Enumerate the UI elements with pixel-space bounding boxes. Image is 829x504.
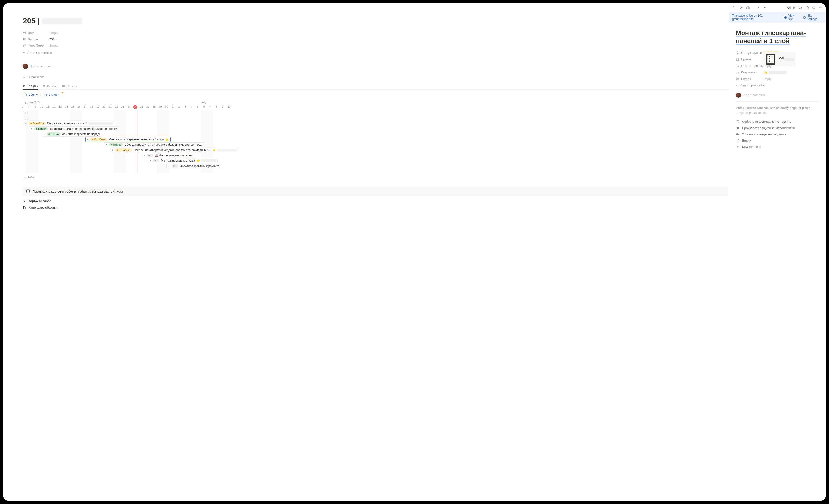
- more-properties-toggle[interactable]: 8 more properties: [23, 49, 337, 56]
- day-label: 13: [59, 105, 62, 108]
- info-text: Перетащите карточки работ в график из вы…: [32, 190, 123, 193]
- redacted: [217, 149, 237, 151]
- timeline-bar[interactable]: В работеСверление отверстий чердака под …: [110, 148, 238, 152]
- expand-triangle-icon[interactable]: [87, 138, 89, 140]
- redacted: [88, 122, 113, 125]
- expand-triangle-icon[interactable]: [106, 144, 107, 146]
- new-row-button[interactable]: New: [23, 175, 337, 179]
- timeline-row: -Монтаж проходных гильз⭐: [23, 158, 337, 164]
- collapse-chevron-icon[interactable]: [24, 102, 27, 105]
- property-row[interactable]: Пароль 2013: [23, 36, 337, 42]
- tab-Канбан[interactable]: Канбан: [42, 83, 58, 89]
- status-chip: Готово: [109, 143, 123, 146]
- property-value: Empty: [49, 44, 58, 47]
- day-label: 15: [71, 105, 74, 108]
- plus-icon: [24, 176, 27, 179]
- timeline-bar[interactable]: -🚛 Доставка материала Гил: [142, 153, 194, 158]
- comment-row[interactable]: Add a comment...: [23, 62, 337, 71]
- tab-label: Список: [66, 84, 77, 88]
- chevron-down-icon: [58, 94, 61, 96]
- property-row[interactable]: Date Empty: [23, 30, 337, 36]
- timeline-bar[interactable]: В работеМонтаж гипсокартона-паенелей в 1…: [85, 137, 171, 142]
- timeline-row: ГотовоДемонтаж проема на чердак: [23, 132, 337, 137]
- task-title: Демонтаж проема на чердак: [62, 133, 101, 136]
- task-title: Монтаж проходных гильз: [161, 159, 195, 163]
- day-label: 8: [216, 105, 217, 108]
- task-title: Монтаж гипсокартона-паенелей в 1 слой: [109, 138, 164, 141]
- task-title: Сборка коллекторного узла: [47, 122, 84, 125]
- property-label: Фото Поток: [28, 44, 44, 47]
- star-icon: ⭐: [165, 138, 169, 141]
- timeline-row: -🚛 Доставка материала Гил: [23, 153, 337, 158]
- day-label: 2: [178, 105, 180, 108]
- comment-placeholder: Add a comment...: [30, 65, 55, 68]
- day-label: 17: [84, 105, 87, 108]
- hash-icon: [23, 37, 26, 41]
- page-link[interactable]: Карточки работ: [23, 199, 337, 203]
- day-label: 10: [40, 105, 43, 108]
- rules-indicator-dot: [62, 92, 63, 93]
- expand-triangle-icon[interactable]: [112, 149, 114, 151]
- status-chip: -: [147, 154, 153, 157]
- timeline-bar[interactable]: -Монтаж проходных гильз⭐: [148, 158, 218, 163]
- chevron-down-icon: [23, 51, 26, 54]
- svg-rect-1: [43, 85, 43, 87]
- sort-pill[interactable]: Срок: [23, 92, 41, 97]
- kanban-icon: [42, 84, 46, 88]
- svg-point-4: [62, 85, 63, 85]
- rules-label: 2 rules: [48, 93, 57, 97]
- timeline-row: [23, 116, 337, 121]
- row-add-handle[interactable]: [24, 116, 28, 120]
- timeline-row: ГотовоСборка керамзита на чердаке в боль…: [23, 142, 337, 148]
- day-label: 30: [165, 105, 168, 108]
- rules-pill[interactable]: 2 rules: [43, 92, 63, 97]
- subtask-count: 7: [85, 122, 87, 125]
- info-callout: Перетащите карточки работ в график из вы…: [23, 186, 337, 196]
- calendar-icon: [23, 31, 26, 35]
- day-label: 1: [172, 105, 173, 108]
- expand-triangle-icon[interactable]: [31, 128, 33, 130]
- task-title: Сверление отверстий чердака под монтаж з…: [134, 148, 211, 152]
- row-add-handle[interactable]: [24, 111, 28, 115]
- month-label-right: July: [201, 101, 206, 104]
- timeline-bar[interactable]: -Обратная засыпка керамзита: [167, 164, 221, 169]
- arrow-up-icon: [25, 94, 28, 96]
- backlinks-toggle[interactable]: 11 backlinks: [23, 75, 337, 79]
- timeline-bar[interactable]: ГотовоДемонтаж проема на чердак: [41, 132, 102, 137]
- page-title-redacted: [42, 17, 82, 25]
- timeline-header: June 2024 July 7891011121314151617181920…: [23, 101, 337, 110]
- timeline-body[interactable]: В работеСборка коллекторного узла7Готово…: [23, 110, 337, 173]
- timeline-bar[interactable]: Готово🚛 Доставка материала панелей для п…: [29, 127, 119, 131]
- day-label: 4: [191, 105, 192, 108]
- timeline-icon: [23, 84, 26, 88]
- tab-График[interactable]: График: [23, 83, 38, 89]
- tab-label: Канбан: [47, 84, 58, 88]
- view-tabs: График Канбан Список: [23, 83, 337, 89]
- timeline-row: Готово🚛 Доставка материала панелей для п…: [23, 127, 337, 132]
- avatar: [23, 64, 28, 69]
- expand-triangle-icon[interactable]: [149, 160, 151, 161]
- day-label: 8: [28, 105, 30, 108]
- tab-Список[interactable]: Список: [62, 83, 77, 89]
- day-label: 22: [115, 105, 118, 108]
- expand-triangle-icon[interactable]: [143, 154, 145, 156]
- page-link-label: Карточки работ: [29, 199, 51, 203]
- status-chip: Готово: [34, 127, 48, 131]
- svg-rect-2: [44, 85, 44, 86]
- day-label: 3: [185, 105, 186, 108]
- expand-triangle-icon[interactable]: [168, 165, 170, 167]
- day-label: 29: [159, 105, 161, 108]
- month-label-left: June 2024: [27, 101, 41, 104]
- task-title: 🚛 Доставка материала панелей для перегор…: [49, 127, 117, 131]
- link-icon: [23, 44, 26, 47]
- main-panel: 205 | Date Empty Пароль 2013 Фото Поток …: [3, 3, 337, 206]
- timeline-row: [23, 110, 337, 116]
- timeline-bar[interactable]: В работеСборка коллекторного узла7: [27, 121, 114, 126]
- redacted: [202, 159, 216, 162]
- timeline-bar[interactable]: ГотовоСборка керамзита на чердаке в боль…: [104, 142, 204, 147]
- day-label: 9: [222, 105, 223, 108]
- expand-triangle-icon[interactable]: [43, 133, 45, 135]
- day-label: 11: [46, 105, 49, 108]
- day-label: 20: [102, 105, 105, 108]
- property-row[interactable]: Фото Поток Empty: [23, 42, 337, 48]
